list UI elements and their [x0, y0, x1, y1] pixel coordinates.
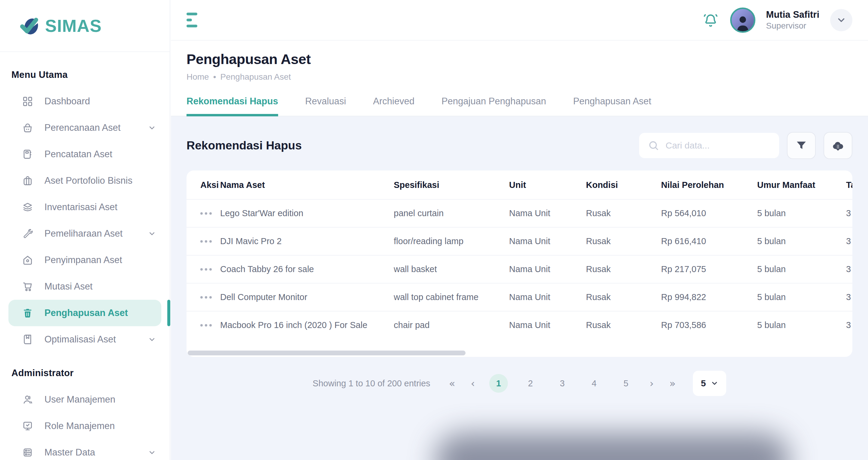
- cell-nama-aset: Coach Tabby 26 for sale: [220, 255, 394, 283]
- user-info: Mutia Safitri Supervisor: [766, 9, 819, 31]
- page-head: Penghapusan Aset Home • Penghapusan Aset…: [171, 41, 868, 116]
- tab-pengajuan-penghapusan[interactable]: Pengajuan Penghapusan: [441, 96, 546, 116]
- cell-umur-manfaat: 5 bulan: [757, 255, 846, 283]
- cell-umur-manfaat: 5 bulan: [757, 311, 846, 339]
- monitor-check-icon: [22, 420, 34, 432]
- sidebar-item-optimalisasi-aset[interactable]: Optimalisasi Aset: [8, 326, 161, 353]
- col-unit: Unit: [509, 170, 586, 199]
- pagination-last-icon[interactable]: »: [668, 377, 677, 389]
- search-box: [639, 133, 779, 158]
- row-actions-button[interactable]: [200, 265, 212, 274]
- user-icon: [22, 394, 34, 406]
- row-actions-button[interactable]: [200, 321, 212, 329]
- sidebar-item-label: Pemeliharaan Aset: [44, 228, 123, 239]
- pagination-first-icon[interactable]: «: [448, 377, 457, 389]
- cell-umur-manfaat: 5 bulan: [757, 283, 846, 311]
- sidebar-item-pencatatan-aset[interactable]: Pencatatan Aset: [8, 141, 161, 168]
- cell-tanggal: 3 b: [846, 227, 852, 255]
- sidebar-item-dashboard[interactable]: Dashboard: [8, 88, 161, 115]
- home-icon: [22, 254, 34, 266]
- cell-nilai-perolehan: Rp 217,075: [661, 255, 757, 283]
- tab-bar: Rekomendasi Hapus Revaluasi Archieved Pe…: [171, 96, 868, 116]
- cell-umur-manfaat: 5 bulan: [757, 227, 846, 255]
- sidebar-item-inventarisasi-aset[interactable]: Inventarisasi Aset: [8, 194, 161, 220]
- sidebar-item-master-data[interactable]: Master Data: [8, 439, 161, 460]
- col-aksi: Aksi: [187, 170, 220, 199]
- sidebar-item-user-manajemen[interactable]: User Manajemen: [8, 386, 161, 413]
- chevron-down-icon: [711, 379, 718, 387]
- assets-table: Aksi Nama Aset Spesifikasi Unit Kondisi …: [187, 170, 852, 339]
- pagination-page-3[interactable]: 3: [553, 374, 571, 393]
- page-title: Penghapusan Aset: [171, 41, 868, 67]
- cell-kondisi: Rusak: [586, 255, 661, 283]
- search-input[interactable]: [665, 140, 771, 151]
- table-row: Dell Computer Monitor wall top cabinet f…: [187, 283, 852, 311]
- sidebar-item-aset-portofolio-bisnis[interactable]: Aset Portofolio Bisnis: [8, 168, 161, 194]
- table-card: Aksi Nama Aset Spesifikasi Unit Kondisi …: [187, 170, 852, 357]
- cell-spesifikasi: chair pad: [394, 311, 509, 339]
- content-panel: Rekomendasi Hapus: [171, 116, 868, 460]
- bookmark-book-icon: [22, 334, 34, 345]
- cell-tanggal: 3 b: [846, 311, 852, 339]
- row-actions-button[interactable]: [200, 209, 212, 218]
- sidebar-item-role-manajemen[interactable]: Role Manajemen: [8, 413, 161, 439]
- per-page-select[interactable]: 5: [693, 371, 726, 396]
- table-row: Lego Star'War edition panel curtain Nama…: [187, 199, 852, 227]
- topbar: Mutia Safitri Supervisor: [171, 0, 868, 40]
- menu-section-title: Administrator: [11, 368, 158, 378]
- cell-nilai-perolehan: Rp 994,822: [661, 283, 757, 311]
- sidebar-item-perencanaan-aset[interactable]: Perencanaan Aset: [8, 115, 161, 141]
- server-data-icon: [22, 447, 34, 459]
- pagination-prev-icon[interactable]: ‹: [469, 377, 476, 389]
- chevron-down-icon: [148, 335, 156, 344]
- horizontal-scrollbar[interactable]: [188, 350, 466, 355]
- cell-unit: Nama Unit: [509, 311, 586, 339]
- sidebar-item-label: Dashboard: [44, 96, 90, 107]
- chevron-down-icon: [148, 229, 156, 238]
- sidebar-item-mutasi-aset[interactable]: Mutasi Aset: [8, 273, 161, 300]
- search-icon: [648, 140, 659, 151]
- pagination-page-2[interactable]: 2: [521, 374, 540, 393]
- tab-archieved[interactable]: Archieved: [373, 96, 414, 116]
- profile-dropdown-chevron-icon[interactable]: [830, 9, 852, 31]
- sidebar-item-pemeliharaan-aset[interactable]: Pemeliharaan Aset: [8, 220, 161, 247]
- sidebar-item-label: Pencatatan Aset: [44, 149, 112, 160]
- tab-rekomendasi-hapus[interactable]: Rekomendasi Hapus: [187, 96, 278, 116]
- chevron-down-icon: [148, 448, 156, 457]
- avatar[interactable]: [730, 7, 755, 33]
- row-actions-button[interactable]: [200, 293, 212, 301]
- row-actions-button[interactable]: [200, 237, 212, 246]
- tab-revaluasi[interactable]: Revaluasi: [305, 96, 346, 116]
- sidebar-item-label: Optimalisasi Aset: [44, 334, 116, 345]
- chevron-down-icon: [148, 123, 156, 132]
- cell-tanggal: 3 b: [846, 283, 852, 311]
- pagination: Showing 1 to 10 of 200 entries « ‹ 1 2 3…: [187, 371, 852, 396]
- sidebar-item-penyimpanan-aset[interactable]: Penyimpanan Aset: [8, 247, 161, 273]
- col-kondisi: Kondisi: [586, 170, 661, 199]
- notification-bell-icon[interactable]: [702, 11, 719, 29]
- table-row: Macbook Pro 16 inch (2020 ) For Sale cha…: [187, 311, 852, 339]
- filter-button[interactable]: [787, 132, 816, 159]
- cell-nama-aset: DJI Mavic Pro 2: [220, 227, 394, 255]
- basket-icon: [22, 122, 34, 134]
- col-tanggal: Ta: [846, 170, 852, 199]
- pagination-next-icon[interactable]: ›: [648, 377, 655, 389]
- user-role: Supervisor: [766, 21, 819, 31]
- menu-section-title: Menu Utama: [11, 69, 158, 80]
- col-nama-aset: Nama Aset: [220, 170, 394, 199]
- hamburger-menu-icon[interactable]: [187, 10, 206, 30]
- cell-nama-aset: Macbook Pro 16 inch (2020 ) For Sale: [220, 311, 394, 339]
- breadcrumb-home[interactable]: Home: [187, 72, 209, 82]
- per-page-value: 5: [701, 378, 706, 389]
- col-nilai-perolehan: Nilai Perolehan: [661, 170, 757, 199]
- export-download-button[interactable]: [824, 132, 852, 159]
- pagination-page-5[interactable]: 5: [617, 374, 635, 393]
- pagination-page-1[interactable]: 1: [489, 374, 508, 393]
- cell-kondisi: Rusak: [586, 311, 661, 339]
- cell-nama-aset: Lego Star'War edition: [220, 199, 394, 227]
- sidebar-item-penghapusan-aset[interactable]: Penghapusan Aset: [8, 300, 161, 326]
- cell-nilai-perolehan: Rp 564,010: [661, 199, 757, 227]
- tab-penghapusan-aset[interactable]: Penghapusan Aset: [573, 96, 651, 116]
- pagination-page-4[interactable]: 4: [585, 374, 603, 393]
- cell-spesifikasi: panel curtain: [394, 199, 509, 227]
